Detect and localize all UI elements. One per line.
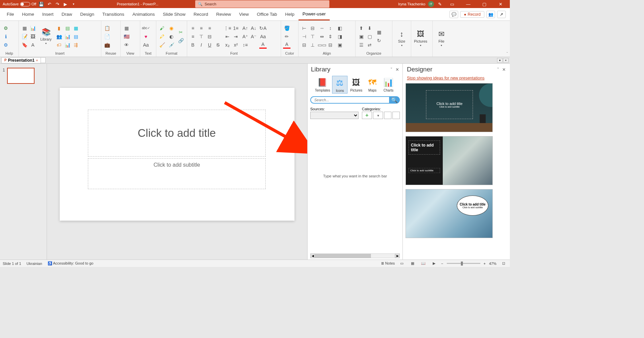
distribute-h-icon[interactable]: ↔ — [318, 24, 326, 32]
tab-review[interactable]: Review — [212, 8, 235, 20]
undo-icon[interactable]: ↶ — [46, 1, 52, 7]
pictures-button[interactable]: 🖼Pictures▾ — [413, 29, 428, 49]
indent-icon[interactable]: ⇥ — [232, 33, 239, 40]
help-about-icon[interactable]: ⚙ — [2, 24, 9, 32]
ribbon-display-icon[interactable]: ▭ — [445, 0, 459, 8]
zoom-out-button[interactable]: − — [441, 262, 443, 266]
heart-icon[interactable]: ♥ — [142, 33, 150, 40]
align-center-icon[interactable]: ≡ — [198, 24, 205, 32]
doc-tab-close-icon[interactable]: × — [36, 58, 38, 62]
present-teams-button[interactable]: 👥 — [486, 11, 495, 18]
tab-slide-show[interactable]: Slide Show — [159, 8, 190, 20]
help-settings-icon[interactable]: ⚙ — [2, 41, 9, 49]
file-button[interactable]: ✉File▾ — [435, 29, 448, 49]
help-info-icon[interactable]: ℹ — [2, 33, 9, 40]
align-obj-center-icon[interactable]: ⊟ — [309, 24, 316, 32]
insert-stamp-icon[interactable]: 🔖 — [21, 41, 28, 49]
redo-icon[interactable]: ↷ — [54, 1, 60, 7]
align-v-top-icon[interactable]: ⊤ — [198, 33, 205, 40]
link-shapes-icon[interactable]: 🔗 — [177, 37, 184, 44]
rotate-icon[interactable]: ↻ — [375, 37, 383, 44]
align-left-icon[interactable]: ≡ — [189, 24, 197, 32]
strike-icon[interactable]: S — [214, 41, 222, 49]
outline-color-icon[interactable]: ✏ — [283, 33, 290, 40]
people-icon[interactable]: 👥 — [55, 33, 63, 40]
font-inc-icon[interactable]: A⁺ — [241, 33, 249, 40]
tab-draw[interactable]: Draw — [58, 8, 76, 20]
library-button[interactable]: 📚Library▾ — [39, 26, 53, 47]
tombstone-icon[interactable]: ▮ — [55, 24, 63, 32]
lib-cat-charts[interactable]: 📊Charts — [381, 76, 396, 94]
align-justify-icon[interactable]: ≡ — [189, 33, 197, 40]
scroll-right-icon[interactable]: ▶ — [395, 253, 400, 258]
view-grid-icon[interactable]: ▦ — [123, 24, 130, 32]
stack-h-icon[interactable]: ▭▭ — [318, 41, 326, 49]
outdent-icon[interactable]: ⇤ — [224, 33, 231, 40]
align-obj-middle-icon[interactable]: ⊟ — [301, 41, 308, 49]
minimize-icon[interactable]: — — [462, 0, 475, 8]
tab-record[interactable]: Record — [190, 8, 212, 20]
category-dropdown-icon[interactable]: ▾ — [373, 112, 383, 119]
superscript-icon[interactable]: x² — [232, 41, 239, 49]
library-close-icon[interactable]: ✕ — [395, 67, 399, 72]
distribute-v-icon[interactable]: ↕ — [327, 24, 334, 32]
tab-design[interactable]: Design — [76, 8, 98, 20]
insert-text-icon[interactable]: A — [29, 41, 37, 49]
lib-cat-templates[interactable]: 📕Templates — [314, 76, 331, 94]
underline-icon[interactable]: U — [206, 41, 213, 49]
ungroup-icon[interactable]: ▢ — [366, 33, 373, 40]
tab-view[interactable]: View — [235, 8, 253, 20]
slideshow-view-icon[interactable]: ▶ — [430, 261, 438, 266]
design-idea-2[interactable]: Click to add titleClick to add subtitle — [406, 136, 493, 185]
library-search-input[interactable] — [310, 96, 389, 104]
align-obj-bottom-icon[interactable]: ⊥ — [309, 41, 316, 49]
calendar-icon[interactable]: ▦ — [72, 24, 79, 32]
pipette-icon[interactable]: 💉 — [168, 41, 175, 49]
lib-cat-icons[interactable]: ⚖Icons — [332, 76, 347, 94]
insert-image-icon[interactable]: 🖼 — [29, 33, 37, 40]
text-direction-icon[interactable]: ↻A — [259, 24, 267, 32]
user-avatar[interactable]: IT — [428, 1, 434, 7]
same-height-icon[interactable]: ⇕ — [327, 33, 334, 40]
normal-view-icon[interactable]: ▭ — [398, 261, 406, 266]
font-color-icon[interactable]: A — [283, 41, 290, 49]
accessibility-status[interactable]: ♿ Accessibility: Good to go — [48, 261, 94, 266]
doc-tab-new[interactable] — [41, 57, 46, 63]
waterfall-icon[interactable]: 📊 — [64, 33, 71, 40]
same-width-icon[interactable]: ⇔ — [318, 33, 326, 40]
align-right-icon[interactable]: ≡ — [206, 24, 213, 32]
tab-office-tab[interactable]: Office Tab — [253, 8, 281, 20]
user-name[interactable]: Iryna Tkachenko — [398, 2, 425, 6]
format-painter-icon[interactable]: 🖌 — [158, 24, 166, 32]
lib-cat-pictures[interactable]: 🖼Pictures — [349, 76, 364, 94]
reading-view-icon[interactable]: 📖 — [420, 261, 427, 266]
library-search-button[interactable]: 🔍 — [389, 96, 400, 104]
symmetry-icon[interactable]: ◐ — [168, 33, 175, 40]
language-indicator[interactable]: Ukrainian — [26, 262, 42, 266]
text-case-icon[interactable]: Aa — [142, 41, 150, 49]
close-icon[interactable]: ✕ — [494, 0, 507, 8]
stack-v-icon[interactable]: ⊟ — [327, 41, 334, 49]
align-v-mid-icon[interactable]: ⊟ — [206, 33, 213, 40]
library-collapse-icon[interactable]: ˇ — [391, 67, 392, 72]
tab-home[interactable]: Home — [18, 8, 38, 20]
notes-button[interactable]: ≣ Notes — [381, 261, 395, 266]
view-flag-icon[interactable]: 🇺🇸 — [123, 33, 130, 40]
pen-icon[interactable]: ✎ — [437, 1, 443, 7]
view-compare-icon[interactable]: 👁 — [123, 41, 130, 49]
swap-icon[interactable]: ⇄ — [366, 41, 373, 49]
zoom-level[interactable]: 47% — [489, 262, 496, 266]
align-obj-right-icon[interactable]: ⊣ — [301, 33, 308, 40]
record-button[interactable]: ● Record — [460, 11, 484, 18]
size-button[interactable]: ↕Size▾ — [394, 29, 409, 49]
slide-counter[interactable]: Slide 1 of 1 — [3, 262, 21, 266]
tab-animations[interactable]: Animations — [128, 8, 159, 20]
align-obj-top-icon[interactable]: ⊤ — [309, 33, 316, 40]
library-scrollbar[interactable] — [315, 253, 395, 258]
tab-file[interactable]: File — [3, 8, 18, 20]
scroll-left-icon[interactable]: ◀ — [310, 253, 315, 258]
price-tag-icon[interactable]: 🏷 — [55, 41, 63, 49]
sorter-view-icon[interactable]: ▦ — [409, 261, 416, 266]
qat-more-icon[interactable]: ▾ — [70, 1, 76, 7]
font-dec-icon[interactable]: A⁻ — [250, 33, 257, 40]
